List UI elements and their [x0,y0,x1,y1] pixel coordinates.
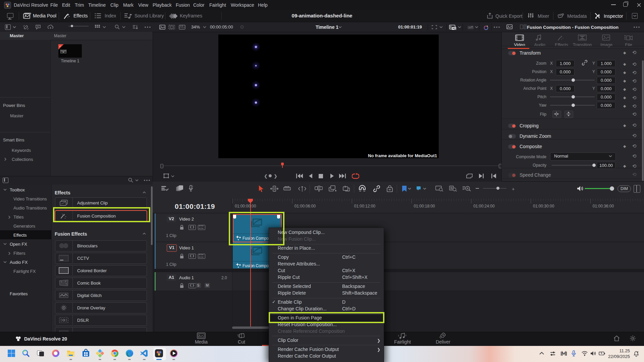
svg-text:z: z [638,351,639,353]
svg-text:HQ: HQ [452,27,456,30]
